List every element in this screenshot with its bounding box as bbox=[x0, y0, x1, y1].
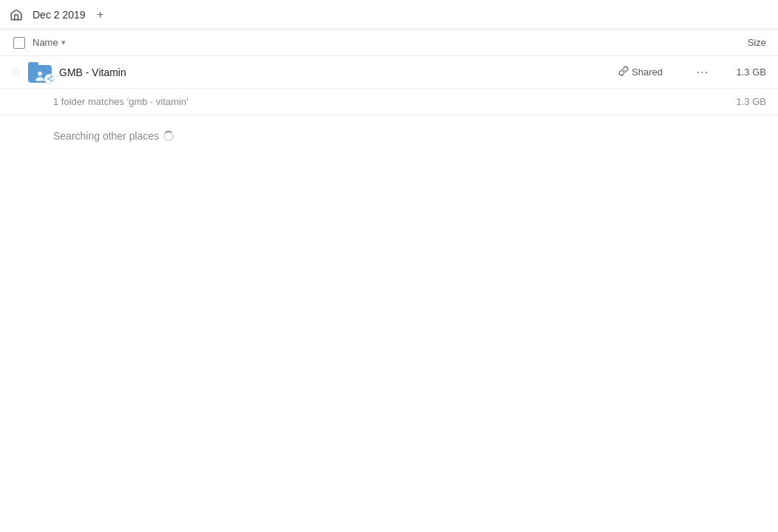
match-text: 1 folder matches 'gmb - vitamin' bbox=[53, 96, 713, 107]
breadcrumb: Dec 2 2019 bbox=[33, 9, 86, 21]
file-row[interactable]: ☆ GMB - Vitamin bbox=[0, 56, 778, 89]
more-icon: ··· bbox=[697, 66, 709, 79]
name-column-header[interactable]: Name ▾ bbox=[33, 37, 713, 48]
match-info-row: 1 folder matches 'gmb - vitamin' 1.3 GB bbox=[0, 89, 778, 115]
home-button[interactable] bbox=[6, 4, 27, 25]
file-name: GMB - Vitamin bbox=[59, 66, 618, 78]
select-all-checkbox[interactable] bbox=[6, 37, 33, 49]
more-options-button[interactable]: ··· bbox=[692, 62, 713, 83]
svg-line-4 bbox=[49, 79, 51, 80]
name-col-label: Name bbox=[33, 37, 58, 48]
searching-section: Searching other places bbox=[0, 115, 778, 148]
shared-badge-icon bbox=[44, 74, 55, 84]
svg-point-0 bbox=[38, 71, 42, 75]
size-column-header: Size bbox=[713, 37, 772, 48]
link-icon bbox=[618, 66, 629, 78]
folder-icon bbox=[27, 59, 53, 86]
shared-label: Shared bbox=[632, 66, 663, 78]
column-headers: Name ▾ Size bbox=[0, 30, 778, 56]
loading-spinner bbox=[163, 131, 174, 141]
svg-point-2 bbox=[47, 78, 49, 79]
svg-line-5 bbox=[49, 77, 51, 78]
top-bar: Dec 2 2019 + bbox=[0, 0, 778, 30]
checkbox-input[interactable] bbox=[13, 37, 25, 49]
searching-text: Searching other places bbox=[53, 130, 159, 142]
star-icon: ☆ bbox=[11, 65, 21, 79]
shared-status: Shared bbox=[618, 66, 692, 78]
chevron-down-icon: ▾ bbox=[61, 38, 66, 47]
file-size: 1.3 GB bbox=[713, 66, 772, 78]
add-tab-button[interactable]: + bbox=[92, 6, 109, 24]
svg-point-1 bbox=[50, 76, 52, 78]
star-button[interactable]: ☆ bbox=[6, 62, 27, 83]
svg-point-3 bbox=[50, 80, 52, 81]
searching-label: Searching other places bbox=[53, 130, 772, 142]
match-size: 1.3 GB bbox=[713, 96, 772, 107]
